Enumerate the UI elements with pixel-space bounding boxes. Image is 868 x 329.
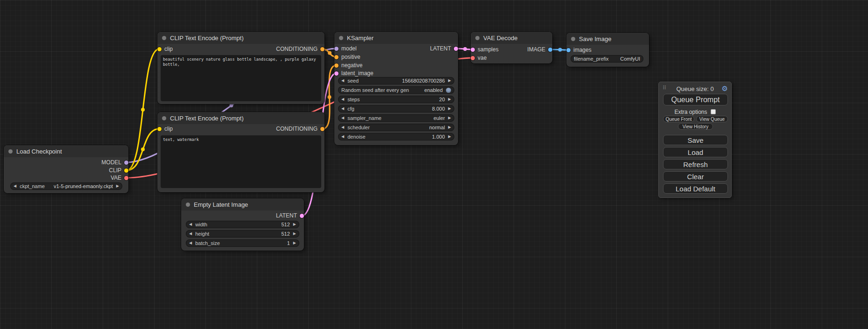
widget-seed[interactable]: ◀ seed 156680208700286 ▶ bbox=[338, 77, 454, 84]
widget-ckpt-name[interactable]: ◀ ckpt_name v1-5-pruned-emaonly.ckpt ▶ bbox=[10, 182, 122, 190]
node-title-bar[interactable]: CLIP Text Encode (Prompt) bbox=[157, 32, 325, 44]
increment-arrow-icon[interactable]: ▶ bbox=[448, 98, 451, 101]
output-slot-vae: VAE bbox=[111, 174, 128, 182]
output-dot-model[interactable] bbox=[124, 161, 128, 165]
decrement-arrow-icon[interactable]: ◀ bbox=[341, 98, 344, 101]
increment-arrow-icon[interactable]: ▶ bbox=[448, 126, 451, 129]
node-title-bar[interactable]: VAE Decode bbox=[471, 32, 552, 44]
node-collapse-dot[interactable] bbox=[162, 116, 166, 120]
load-default-button[interactable]: Load Default bbox=[663, 183, 728, 194]
widget-filename-prefix[interactable]: filename_prefix ComfyUI bbox=[571, 55, 643, 63]
output-dot-conditioning[interactable] bbox=[320, 127, 325, 131]
node-collapse-dot[interactable] bbox=[475, 36, 480, 40]
clear-button[interactable]: Clear bbox=[663, 171, 728, 182]
decrement-arrow-icon[interactable]: ◀ bbox=[341, 126, 344, 129]
node-clip-text-encode-positive[interactable]: CLIP Text Encode (Prompt) clip CONDITION… bbox=[157, 32, 325, 104]
queue-front-button[interactable]: Queue Front bbox=[663, 116, 694, 122]
input-dot-negative[interactable] bbox=[334, 63, 339, 68]
increment-arrow-icon[interactable]: ▶ bbox=[116, 184, 119, 188]
output-dot-clip[interactable] bbox=[124, 168, 128, 173]
output-dot-latent[interactable] bbox=[454, 47, 458, 51]
widget-value: enabled bbox=[424, 87, 443, 93]
save-button[interactable]: Save bbox=[663, 135, 728, 145]
extra-options-checkbox[interactable] bbox=[711, 109, 716, 114]
refresh-button[interactable]: Refresh bbox=[663, 159, 728, 169]
input-dot-positive[interactable] bbox=[334, 55, 339, 59]
decrement-arrow-icon[interactable]: ◀ bbox=[189, 232, 192, 236]
negative-prompt-textarea[interactable]: text, watermark bbox=[161, 135, 321, 188]
widget-label: filename_prefix bbox=[574, 56, 609, 62]
positive-prompt-textarea[interactable]: beautiful scenery nature glass bottle la… bbox=[161, 55, 321, 101]
node-load-checkpoint[interactable]: Load Checkpoint MODEL CLIP VAE ◀ ckpt_na… bbox=[4, 145, 128, 193]
decrement-arrow-icon[interactable]: ◀ bbox=[341, 116, 344, 120]
input-dot-clip[interactable] bbox=[157, 47, 162, 51]
node-title-bar[interactable]: Load Checkpoint bbox=[4, 145, 128, 157]
decrement-arrow-icon[interactable]: ◀ bbox=[341, 107, 344, 111]
slot-label: clip bbox=[164, 126, 173, 132]
output-dot-conditioning[interactable] bbox=[320, 47, 325, 51]
node-collapse-dot[interactable] bbox=[186, 203, 190, 207]
widget-value: 512 bbox=[281, 222, 289, 227]
input-dot-model[interactable] bbox=[334, 47, 339, 51]
node-collapse-dot[interactable] bbox=[162, 36, 166, 40]
slot-label: LATENT bbox=[430, 45, 451, 52]
increment-arrow-icon[interactable]: ▶ bbox=[448, 116, 451, 120]
increment-arrow-icon[interactable]: ▶ bbox=[448, 79, 451, 83]
decrement-arrow-icon[interactable]: ◀ bbox=[189, 241, 192, 245]
widget-scheduler[interactable]: ◀ scheduler normal ▶ bbox=[338, 124, 454, 131]
widget-random-seed-toggle[interactable]: Random seed after every gen enabled bbox=[338, 86, 454, 94]
slot-label: positive bbox=[341, 54, 360, 60]
output-dot-image[interactable] bbox=[548, 48, 552, 52]
decrement-arrow-icon[interactable]: ◀ bbox=[341, 79, 344, 83]
increment-arrow-icon[interactable]: ▶ bbox=[448, 135, 451, 139]
drag-handle-icon[interactable]: ⠿ bbox=[663, 85, 666, 91]
output-dot-latent[interactable] bbox=[300, 214, 304, 218]
node-ksampler[interactable]: KSampler model positive negative latent_… bbox=[334, 32, 458, 145]
settings-gear-icon[interactable]: ⚙ bbox=[722, 84, 728, 93]
output-dot-vae[interactable] bbox=[124, 176, 128, 180]
widget-width[interactable]: ◀ width 512 ▶ bbox=[186, 221, 299, 228]
increment-arrow-icon[interactable]: ▶ bbox=[293, 232, 296, 236]
node-title-bar[interactable]: CLIP Text Encode (Prompt) bbox=[157, 112, 325, 124]
widget-batch-size[interactable]: ◀ batch_size 1 ▶ bbox=[186, 239, 299, 247]
node-title: Load Checkpoint bbox=[16, 148, 62, 155]
view-queue-button[interactable]: View Queue bbox=[696, 116, 728, 122]
view-history-button[interactable]: View History bbox=[678, 123, 713, 130]
node-title-bar[interactable]: KSampler bbox=[334, 32, 458, 44]
toggle-indicator-icon[interactable] bbox=[446, 88, 451, 93]
node-title: Save Image bbox=[579, 35, 611, 42]
input-dot-latent-image[interactable] bbox=[334, 71, 339, 76]
output-slot-latent: LATENT bbox=[430, 45, 458, 52]
node-vae-decode[interactable]: VAE Decode samples vae IMAGE bbox=[471, 32, 552, 63]
node-empty-latent-image[interactable]: Empty Latent Image LATENT ◀ width 512 ▶ … bbox=[181, 198, 304, 251]
widget-label: width bbox=[195, 222, 207, 227]
widget-label: scheduler bbox=[347, 125, 370, 130]
widget-height[interactable]: ◀ height 512 ▶ bbox=[186, 230, 299, 238]
widget-steps[interactable]: ◀ steps 20 ▶ bbox=[338, 96, 454, 103]
decrement-arrow-icon[interactable]: ◀ bbox=[341, 135, 344, 139]
node-clip-text-encode-negative[interactable]: CLIP Text Encode (Prompt) clip CONDITION… bbox=[157, 112, 325, 192]
increment-arrow-icon[interactable]: ▶ bbox=[293, 223, 296, 226]
queue-prompt-button[interactable]: Queue Prompt bbox=[663, 94, 728, 105]
node-collapse-dot[interactable] bbox=[571, 37, 575, 41]
input-dot-images[interactable] bbox=[566, 48, 571, 52]
input-dot-vae[interactable] bbox=[471, 56, 475, 60]
input-dot-samples[interactable] bbox=[471, 48, 475, 52]
node-collapse-dot[interactable] bbox=[339, 36, 343, 40]
decrement-arrow-icon[interactable]: ◀ bbox=[14, 184, 16, 188]
widget-sampler-name[interactable]: ◀ sampler_name euler ▶ bbox=[338, 114, 454, 122]
widget-value: 1 bbox=[287, 240, 290, 246]
widget-cfg[interactable]: ◀ cfg 8.000 ▶ bbox=[338, 105, 454, 112]
node-collapse-dot[interactable] bbox=[8, 149, 13, 154]
node-title-bar[interactable]: Empty Latent Image bbox=[181, 198, 304, 210]
load-button[interactable]: Load bbox=[663, 147, 728, 157]
node-save-image[interactable]: Save Image images filename_prefix ComfyU… bbox=[566, 33, 649, 67]
widget-label: height bbox=[195, 231, 209, 237]
input-dot-clip[interactable] bbox=[157, 127, 162, 131]
widget-denoise[interactable]: ◀ denoise 1.000 ▶ bbox=[338, 133, 454, 140]
decrement-arrow-icon[interactable]: ◀ bbox=[189, 223, 192, 226]
node-title: KSampler bbox=[347, 35, 374, 42]
increment-arrow-icon[interactable]: ▶ bbox=[293, 241, 296, 245]
node-title-bar[interactable]: Save Image bbox=[566, 33, 649, 45]
increment-arrow-icon[interactable]: ▶ bbox=[448, 107, 451, 111]
